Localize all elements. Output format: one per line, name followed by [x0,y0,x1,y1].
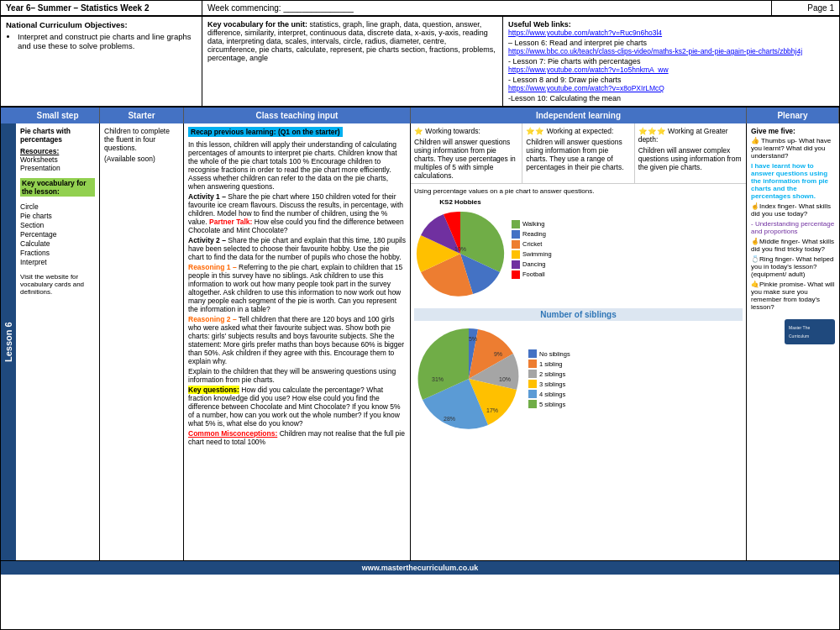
svg-text:17%: 17% [486,407,498,413]
link-4[interactable]: https://www.youtube.com/watch?v=x8oPXIrL… [508,84,834,92]
objectives-bullet: Interpret and construct pie charts and l… [18,32,197,50]
header: Year 6– Summer – Statistics Week 2 Week … [1,1,839,17]
working-towards-stars: ⭐ Working towards: [414,127,518,135]
lesson-label: Lesson 6 [1,123,16,560]
working-gd-text: Children will answer complex questions u… [638,146,743,171]
siblings-legend: No siblings 1 sibling 2 siblings 3 sibli… [528,349,570,410]
working-towards: ⭐ Working towards: Children will answer … [411,123,522,183]
plenary-logo: Master The Curriculum [751,319,835,346]
hobbies-legend: Walking Reading Cricket Swimming Dancing… [512,220,552,281]
legend-3-siblings: 3 siblings [528,380,570,388]
plenary-column: Give me five: 👍 Thumbs up- What have you… [747,123,839,560]
teaching-explain: Explain to the children that they will b… [188,367,406,384]
svg-text:10%: 10% [499,376,511,382]
svg-rect-7 [785,319,835,344]
reasoning2-title: Reasoning 2 – [188,315,237,323]
working-levels: ⭐ Working towards: Children will answer … [411,123,746,184]
main-content: Lesson 6 Pie charts with percentages Res… [1,123,839,560]
starter-available: (Available soon) [104,155,179,163]
plenary-pinkie: 🤙Pinkie promise- What will you make sure… [751,281,835,311]
teaching-intro: In this lesson, children will apply thei… [188,140,406,191]
charts-area: Using percentage values on a pie chart t… [411,184,746,438]
teaching-reasoning1: Reasoning 1 – Referring to the pie chart… [188,263,406,313]
col-header-small-step: Small step [16,108,100,123]
working-gd-stars: ⭐⭐⭐ Working at Greater depth: [638,127,743,144]
recap-header: Recap previous learning: (Q1 on the star… [188,127,343,137]
siblings-pie-svg: 5% 9% 10% 17% 28% 31% [414,324,523,433]
common-mis: Common Misconceptions: Children may not … [188,429,406,446]
small-step-column: Pie charts with percentages Resources: W… [16,123,100,560]
visit-text: Visit the website for vocabulary cards a… [20,273,95,296]
header-week: Week commencing: _______________ [202,1,772,15]
resources-title: Resources: [20,147,95,155]
siblings-chart: 5% 9% 10% 17% 28% 31% [414,324,523,435]
legend-4-siblings: 4 siblings [528,390,570,398]
legend-dancing: Dancing [512,260,552,269]
objectives-section: National Curriculum Objectives: Interpre… [1,17,202,106]
objectives-title: National Curriculum Objectives: [6,20,197,29]
legend-no-siblings: No siblings [528,349,570,358]
links-title: Useful Web links: [508,20,571,29]
common-mis-label: Common Misconceptions: [188,429,277,438]
vocab-section: Section [20,221,95,229]
starter-column: Children to complete the fluent in four … [100,123,184,560]
chart-caption: Using percentage values on a pie chart t… [414,187,743,195]
resource-worksheets: Worksheets [20,155,95,164]
col-header-starter: Starter [100,108,184,123]
working-greater-depth: ⭐⭐⭐ Working at Greater depth: Children w… [635,123,746,183]
header-page: Page 1 [772,1,839,15]
hobbies-chart-container: KS2 Hobbies [414,198,743,302]
plenary-title: Give me five: [751,127,835,135]
vocab-title: Key vocabulary for the unit: [207,20,307,29]
link-1[interactable]: https://www.youtube.com/watch?v=Ruc9n6ho… [508,29,834,37]
plenary-thumbs: 👍 Thumbs up- What have you learnt? What … [751,137,835,160]
resource-presentation: Presentation [20,164,95,172]
working-expected: ⭐⭐ Working at expected: Children will an… [522,123,634,183]
siblings-chart-container: 5% 9% 10% 17% 28% 31% No siblings 1 sibl… [414,324,743,435]
activity2-title: Activity 2 – [188,236,226,244]
objectives-row: National Curriculum Objectives: Interpre… [1,17,839,108]
activity1-title: Activity 1 – [188,192,226,201]
working-expected-stars: ⭐⭐ Working at expected: [526,127,630,135]
plenary-skills: - Understanding percentage and proportio… [751,220,835,235]
working-expected-text: Children will answer questions using inf… [526,138,630,171]
starter-text: Children to complete the fluent in four … [104,127,179,152]
links-section: Useful Web links: https://www.youtube.co… [503,17,839,106]
col-header-plenary: Plenary [747,108,839,123]
svg-text:9%: 9% [494,351,502,357]
plenary-learnt: I have learnt how to answer questions us… [751,162,835,200]
svg-text:Master The: Master The [789,325,810,330]
col-header-independent: Independent learning [411,108,747,123]
working-towards-text: Children will answer questions using inf… [414,138,518,180]
page: Year 6– Summer – Statistics Week 2 Week … [0,0,840,630]
plenary-index: ☝️Index finger- What skills did you use … [751,202,835,218]
link-2[interactable]: https://www.bbc.co.uk/teach/class-clips-… [508,47,834,55]
column-headers: Small step Starter Class teaching input … [1,108,839,123]
svg-text:10%: 10% [454,246,466,252]
hobbies-chart: KS2 Hobbies [414,198,507,302]
legend-cricket: Cricket [512,240,552,249]
legend-5-siblings: 5 siblings [528,400,570,408]
key-questions-label: Key questions: [188,386,239,394]
legend-swimming: Swimming [512,250,552,259]
plenary-ring: 💍Ring finger- What helped you in today's… [751,255,835,278]
hobbies-pie-svg: 10% [414,207,507,300]
vocab-interpret: Interpret [20,258,95,266]
key-questions: Key questions: How did you calculate the… [188,386,406,428]
link-3[interactable]: https://www.youtube.com/watch?v=1o5hnkmA… [508,66,834,74]
partner-talk-label: Partner Talk: [209,218,252,226]
vocab-section: Key vocabulary for the unit: statistics,… [202,17,503,106]
vocab-percentage: Percentage [20,230,95,239]
hobbies-title: KS2 Hobbies [414,198,507,206]
legend-reading: Reading [512,230,552,239]
key-vocab-label: Key vocabulary for the lesson: [20,178,95,197]
legend-1-sibling: 1 sibling [528,360,570,368]
siblings-title: Number of siblings [414,308,743,321]
teaching-activity2: Activity 2 – Share the pie chart and exp… [188,236,406,261]
reasoning1-title: Reasoning 1 – [188,263,237,271]
master-curriculum-logo: Master The Curriculum [785,319,835,344]
vocab-fractions: Fractions [20,249,95,257]
resources-section: Resources: Worksheets Presentation [20,147,95,172]
small-step-title: Pie charts with percentages [20,127,95,144]
teaching-activity1: Activity 1 – Share the pie chart where 1… [188,192,406,234]
